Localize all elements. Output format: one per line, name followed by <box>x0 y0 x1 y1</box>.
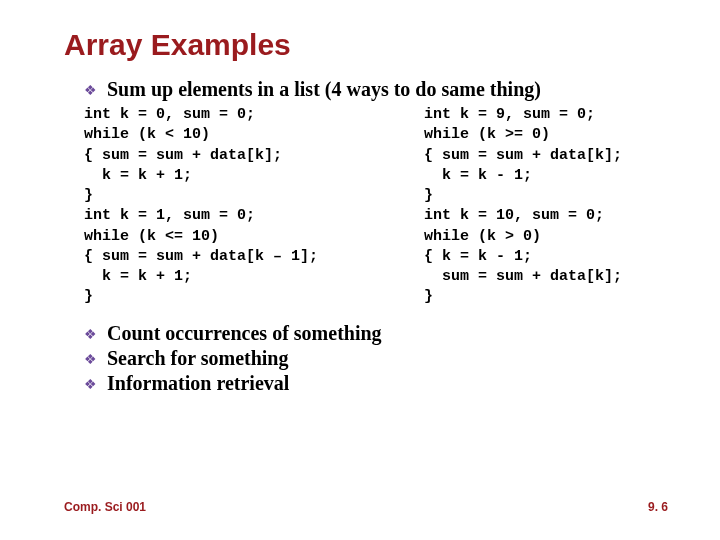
code-col-right: int k = 9, sum = 0; while (k >= 0) { sum… <box>424 105 684 308</box>
code-right: int k = 9, sum = 0; while (k >= 0) { sum… <box>424 105 684 308</box>
bullet-info: ❖ Information retrieval <box>84 372 668 395</box>
bullet-search: ❖ Search for something <box>84 347 668 370</box>
bullet-main-text: Sum up elements in a list (4 ways to do … <box>107 78 541 101</box>
page-title: Array Examples <box>64 28 668 62</box>
code-col-left: int k = 0, sum = 0; while (k < 10) { sum… <box>84 105 404 308</box>
footer: Comp. Sci 001 9. 6 <box>64 500 668 514</box>
footer-right: 9. 6 <box>648 500 668 514</box>
diamond-icon: ❖ <box>84 376 97 393</box>
bullet-main: ❖ Sum up elements in a list (4 ways to d… <box>84 78 668 101</box>
diamond-icon: ❖ <box>84 326 97 343</box>
code-left: int k = 0, sum = 0; while (k < 10) { sum… <box>84 105 404 308</box>
bullet-count-text: Count occurrences of something <box>107 322 382 345</box>
bullet-search-text: Search for something <box>107 347 288 370</box>
bullet-count: ❖ Count occurrences of something <box>84 322 668 345</box>
diamond-icon: ❖ <box>84 351 97 368</box>
diamond-icon: ❖ <box>84 82 97 99</box>
footer-left: Comp. Sci 001 <box>64 500 146 514</box>
bullet-info-text: Information retrieval <box>107 372 289 395</box>
code-columns: int k = 0, sum = 0; while (k < 10) { sum… <box>84 105 668 308</box>
